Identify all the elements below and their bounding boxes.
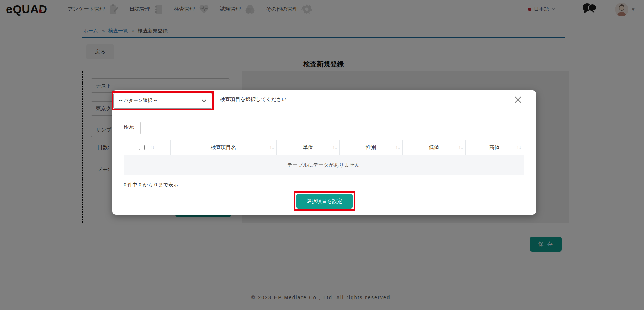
sort-icon: ↑↓: [517, 145, 521, 150]
column-header-高値[interactable]: ↑↓高値: [465, 140, 524, 155]
column-header-label: 単位: [303, 144, 313, 151]
select-all-header[interactable]: ↑↓: [124, 140, 170, 155]
select-exam-items-modal: -- パターン選択 -- 検査項目を選択してください 検索: ↑↓↑↓検査項目名…: [112, 90, 536, 215]
select-all-checkbox[interactable]: [139, 145, 145, 150]
search-input[interactable]: [140, 122, 210, 134]
modal-instruction: 検査項目を選択してください: [220, 96, 287, 103]
table-row: テーブルにデータがありません: [124, 155, 524, 175]
chevron-down-icon: [202, 98, 206, 103]
empty-table-message: テーブルにデータがありません: [124, 155, 524, 175]
sort-icon: ↑↓: [150, 145, 155, 150]
pattern-select-value: -- パターン選択 --: [119, 98, 157, 104]
sort-icon: ↑↓: [459, 145, 463, 150]
column-header-性別[interactable]: ↑↓性別: [339, 140, 402, 155]
column-header-label: 検査項目名: [211, 144, 236, 151]
sort-icon: ↑↓: [270, 145, 274, 150]
table-header: ↑↓↑↓検査項目名↑↓単位↑↓性別↑↓低値↑↓高値: [124, 140, 524, 155]
column-header-label: 高値: [489, 144, 499, 151]
close-icon: [514, 96, 522, 104]
search-label: 検索:: [124, 124, 134, 130]
column-header-単位[interactable]: ↑↓単位: [276, 140, 339, 155]
column-header-label: 低値: [429, 144, 439, 151]
pattern-select[interactable]: -- パターン選択 --: [113, 93, 212, 109]
highlight-pattern-select: -- パターン選択 --: [112, 91, 214, 110]
sort-icon: ↑↓: [333, 145, 337, 150]
column-header-label: 性別: [366, 144, 376, 151]
column-header-低値[interactable]: ↑↓低値: [402, 140, 465, 155]
close-button[interactable]: [512, 94, 525, 106]
sort-icon: ↑↓: [396, 145, 400, 150]
highlight-submit-button: 選択項目を設定: [294, 191, 355, 211]
column-header-検査項目名[interactable]: ↑↓検査項目名: [170, 140, 276, 155]
pagination-info: 0 件中 0 から 0 まで表示: [124, 182, 178, 188]
exam-items-table: ↑↓↑↓検査項目名↑↓単位↑↓性別↑↓低値↑↓高値 テーブルにデータがありません: [124, 140, 524, 175]
set-selected-items-button[interactable]: 選択項目を設定: [296, 194, 353, 209]
